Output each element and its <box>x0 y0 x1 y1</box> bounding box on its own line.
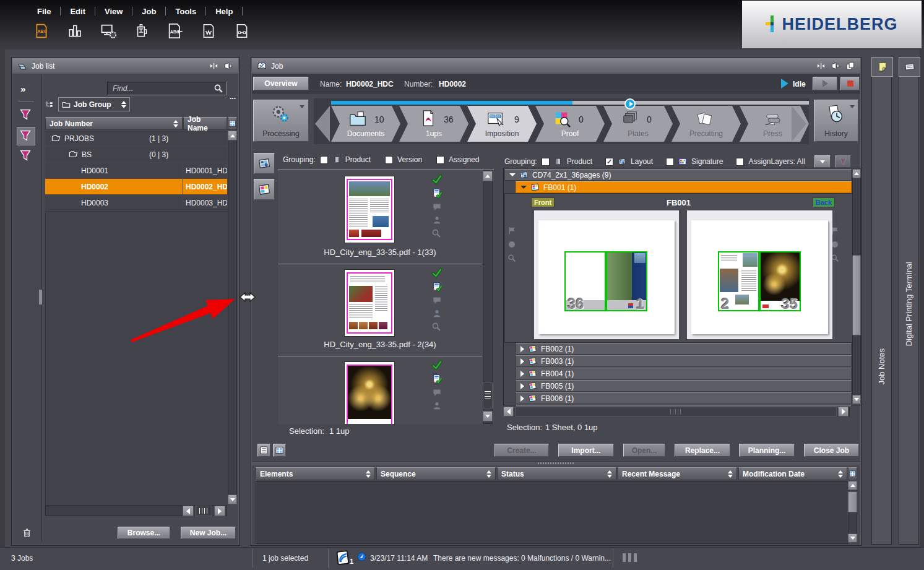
job-row-hd0002-selected[interactable]: HD0002 <box>45 179 183 194</box>
front-page-1[interactable]: 1 <box>606 251 647 311</box>
tree-root-row[interactable]: CD74_2x1_36pages (9) <box>504 169 852 181</box>
dpt-icon-button[interactable] <box>899 57 920 77</box>
expander-icon[interactable] <box>520 358 524 365</box>
collapse-panel-icon[interactable] <box>816 61 826 71</box>
doc-import-icon[interactable] <box>166 21 184 41</box>
sort-icon[interactable] <box>728 470 733 478</box>
col-job-name[interactable]: Job Name <box>183 117 227 130</box>
signature-checkbox[interactable] <box>666 158 674 166</box>
step-plates[interactable]: 0 Plates <box>603 106 673 142</box>
more-button[interactable]: ... <box>230 92 236 101</box>
layout-checkbox[interactable]: ✓ <box>605 158 613 166</box>
hscroll-thumb[interactable] <box>195 506 212 516</box>
close-job-button[interactable]: Close Job <box>804 444 859 457</box>
replace-button[interactable]: Replace... <box>675 444 730 457</box>
job-notes-tab[interactable]: Job Notes <box>871 57 892 545</box>
doc-wizard-icon[interactable] <box>199 21 218 41</box>
menu-view[interactable]: View <box>95 7 132 16</box>
expander-icon[interactable] <box>520 186 527 189</box>
assigned-checkbox[interactable] <box>436 156 444 164</box>
col-recent-message[interactable]: Recent Message <box>618 467 737 480</box>
tree-node-fb005[interactable]: FB005 (1) <box>516 380 852 392</box>
view-pages-button[interactable] <box>254 153 275 174</box>
tree-node-fb006[interactable]: FB006 (1) <box>516 392 852 404</box>
sort-icon[interactable] <box>607 470 612 478</box>
expand-strip-icon[interactable]: » <box>20 84 25 94</box>
step-imposition[interactable]: 9 Imposition <box>467 106 537 142</box>
col-job-number[interactable]: Job Number <box>45 117 183 130</box>
filter-all-icon[interactable] <box>19 108 32 123</box>
job-notes-icon-button[interactable] <box>871 57 893 77</box>
scroll-down-button[interactable] <box>483 411 493 421</box>
tab-overview[interactable]: Overview <box>253 77 309 90</box>
combo-spinner-icon[interactable] <box>121 101 126 108</box>
sort-icon[interactable] <box>486 470 491 478</box>
tree-mode-icon[interactable] <box>45 100 54 109</box>
job-row-hd0003[interactable]: HD0003 <box>45 195 183 210</box>
expander-icon[interactable] <box>520 346 524 352</box>
expander-icon[interactable] <box>509 173 516 176</box>
step-1ups[interactable]: 36 1ups <box>399 106 468 142</box>
stop-processing-button[interactable] <box>840 77 860 90</box>
browse-button[interactable]: Browse... <box>118 527 170 539</box>
scroll-down-button[interactable] <box>228 494 237 504</box>
job-table-vscroll-track[interactable] <box>228 131 237 504</box>
tree-node-fb004[interactable]: FB004 (1) <box>516 368 852 379</box>
scroll-left-button[interactable] <box>503 407 514 417</box>
expander-icon[interactable] <box>520 395 524 402</box>
oneup-item-2[interactable]: HD_City_eng_33-35.pdf - 2(34) <box>278 264 482 356</box>
menu-file[interactable]: File <box>28 7 60 16</box>
vscroll-thumb[interactable] <box>852 255 861 335</box>
scroll-down-button[interactable] <box>848 533 857 543</box>
job-row-bs[interactable]: BS (0 | 3) <box>45 147 227 162</box>
sort-icon[interactable] <box>173 120 178 127</box>
product-checkbox[interactable] <box>542 158 550 166</box>
oneup-item-3[interactable] <box>278 356 482 424</box>
import-button[interactable]: Import... <box>558 444 614 457</box>
dropdown-icon[interactable] <box>300 105 304 108</box>
back-sheet-canvas[interactable]: 2 35 <box>687 210 832 339</box>
find-input[interactable] <box>107 82 227 95</box>
horizontal-splitter[interactable] <box>252 461 860 465</box>
menu-help[interactable]: Help <box>206 7 242 16</box>
scroll-up-button[interactable] <box>228 131 237 140</box>
strip-splitter-handle[interactable] <box>39 290 42 304</box>
tree-node-fb002[interactable]: FB002 (1) <box>516 343 852 355</box>
preflight-report-icon[interactable] <box>431 282 443 292</box>
col-elements[interactable]: Elements <box>256 467 375 480</box>
oneup-item-1[interactable]: HD_City_eng_33-35.pdf - 1(33) <box>278 170 482 264</box>
status-grip-icon[interactable] <box>623 553 637 562</box>
back-page-2[interactable]: 2 <box>718 251 759 311</box>
assignlayers-checkbox[interactable] <box>736 158 744 166</box>
scroll-up-button[interactable] <box>483 171 493 181</box>
dropdown-icon[interactable] <box>850 105 855 108</box>
scroll-up-button[interactable] <box>848 481 857 490</box>
workstation-gear-icon[interactable] <box>99 21 118 41</box>
back-page-35[interactable]: 35 <box>759 251 801 311</box>
job-name-hd0001[interactable]: HD0001_HD <box>183 163 227 178</box>
page-thumbnail[interactable] <box>345 176 394 243</box>
scroll-right-button[interactable] <box>838 407 848 417</box>
page-thumbnail[interactable] <box>345 362 394 424</box>
tree-node-fb001-selected[interactable]: FB001 (1) <box>516 181 852 193</box>
new-message-icon[interactable] <box>357 552 366 561</box>
version-checkbox[interactable] <box>385 156 393 164</box>
duplicate-panel-icon[interactable] <box>845 61 855 71</box>
filter-other-icon[interactable] <box>19 149 32 163</box>
steps-scroll-left[interactable] <box>315 106 330 142</box>
create-button[interactable]: Create... <box>494 444 549 457</box>
menu-edit[interactable]: Edit <box>61 7 95 16</box>
job-row-prjobs[interactable]: PRJOBS (1 | 3) <box>45 131 227 146</box>
job-name-hd0002[interactable]: HD0002_HD <box>183 179 227 194</box>
scroll-right-button[interactable] <box>214 506 225 516</box>
open-button[interactable]: Open... <box>623 444 665 457</box>
step-proof[interactable]: 0 Proof <box>535 106 605 142</box>
sort-icon[interactable] <box>366 470 371 478</box>
start-processing-button[interactable] <box>813 77 837 90</box>
machine-icon[interactable] <box>132 21 151 41</box>
job-row-hd0001[interactable]: HD0001 <box>45 163 183 178</box>
history-button[interactable]: History <box>814 100 858 142</box>
product-checkbox[interactable] <box>320 156 328 164</box>
job-group-combo[interactable]: Job Group <box>58 97 130 111</box>
vscroll-thumb[interactable] <box>848 491 857 512</box>
